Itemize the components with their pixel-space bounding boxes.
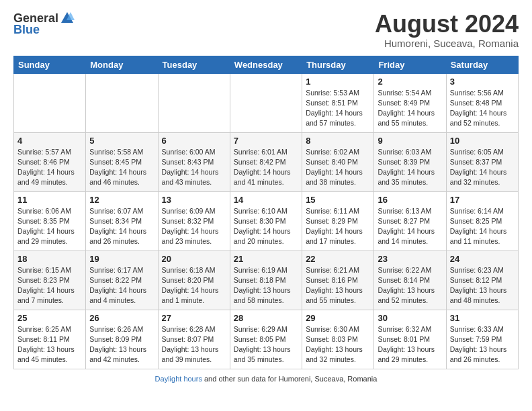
day-number: 8 (306, 136, 370, 146)
logo: General Blue (13, 11, 75, 37)
calendar-cell: 16Sunrise: 6:13 AM Sunset: 8:27 PM Dayli… (374, 191, 446, 250)
day-info: Sunrise: 6:30 AM Sunset: 8:03 PM Dayligh… (306, 324, 370, 365)
day-number: 23 (378, 254, 442, 264)
calendar-cell: 5Sunrise: 5:58 AM Sunset: 8:45 PM Daylig… (86, 132, 158, 191)
day-info: Sunrise: 6:18 AM Sunset: 8:20 PM Dayligh… (162, 265, 226, 306)
day-number: 15 (306, 195, 370, 205)
weekday-header: Tuesday (158, 56, 230, 73)
day-info: Sunrise: 6:03 AM Sunset: 8:39 PM Dayligh… (378, 147, 442, 188)
day-info: Sunrise: 6:15 AM Sunset: 8:23 PM Dayligh… (17, 265, 82, 306)
calendar-week-row: 1Sunrise: 5:53 AM Sunset: 8:51 PM Daylig… (14, 73, 519, 132)
day-info: Sunrise: 6:05 AM Sunset: 8:37 PM Dayligh… (450, 147, 515, 188)
calendar-cell: 30Sunrise: 6:32 AM Sunset: 8:01 PM Dayli… (374, 310, 446, 369)
calendar-cell: 19Sunrise: 6:17 AM Sunset: 8:22 PM Dayli… (86, 250, 158, 310)
calendar-week-row: 18Sunrise: 6:15 AM Sunset: 8:23 PM Dayli… (14, 250, 519, 310)
calendar-cell: 24Sunrise: 6:23 AM Sunset: 8:12 PM Dayli… (446, 250, 518, 310)
calendar-cell: 25Sunrise: 6:25 AM Sunset: 8:11 PM Dayli… (14, 310, 86, 369)
calendar-cell: 18Sunrise: 6:15 AM Sunset: 8:23 PM Dayli… (14, 250, 86, 310)
calendar-week-row: 11Sunrise: 6:06 AM Sunset: 8:35 PM Dayli… (14, 191, 519, 250)
day-info: Sunrise: 6:09 AM Sunset: 8:32 PM Dayligh… (162, 206, 226, 247)
day-info: Sunrise: 6:02 AM Sunset: 8:40 PM Dayligh… (306, 147, 370, 188)
day-number: 12 (89, 195, 154, 205)
day-number: 5 (89, 136, 154, 146)
day-info: Sunrise: 6:33 AM Sunset: 7:59 PM Dayligh… (450, 324, 515, 365)
calendar-cell: 14Sunrise: 6:10 AM Sunset: 8:30 PM Dayli… (230, 191, 302, 250)
calendar-week-row: 4Sunrise: 5:57 AM Sunset: 8:46 PM Daylig… (14, 132, 519, 191)
calendar-cell: 15Sunrise: 6:11 AM Sunset: 8:29 PM Dayli… (302, 191, 374, 250)
calendar-cell: 6Sunrise: 6:00 AM Sunset: 8:43 PM Daylig… (158, 132, 230, 191)
calendar-cell: 20Sunrise: 6:18 AM Sunset: 8:20 PM Dayli… (158, 250, 230, 310)
day-number: 22 (306, 254, 370, 264)
subtitle: Humoreni, Suceava, Romania (375, 38, 519, 49)
header: General Blue August 2024 Humoreni, Sucea… (13, 11, 519, 49)
day-info: Sunrise: 6:19 AM Sunset: 8:18 PM Dayligh… (234, 265, 298, 306)
day-number: 27 (162, 313, 226, 323)
day-info: Sunrise: 6:21 AM Sunset: 8:16 PM Dayligh… (306, 265, 370, 306)
day-info: Sunrise: 6:25 AM Sunset: 8:11 PM Dayligh… (17, 324, 82, 365)
calendar-cell: 4Sunrise: 5:57 AM Sunset: 8:46 PM Daylig… (14, 132, 86, 191)
calendar-cell (230, 73, 302, 132)
calendar-cell: 13Sunrise: 6:09 AM Sunset: 8:32 PM Dayli… (158, 191, 230, 250)
day-info: Sunrise: 6:06 AM Sunset: 8:35 PM Dayligh… (17, 206, 82, 247)
calendar-cell: 29Sunrise: 6:30 AM Sunset: 8:03 PM Dayli… (302, 310, 374, 369)
day-number: 14 (234, 195, 298, 205)
calendar-cell: 1Sunrise: 5:53 AM Sunset: 8:51 PM Daylig… (302, 73, 374, 132)
day-number: 9 (378, 136, 442, 146)
day-number: 11 (17, 195, 82, 205)
day-number: 25 (17, 313, 82, 323)
day-number: 13 (162, 195, 226, 205)
calendar-cell: 26Sunrise: 6:26 AM Sunset: 8:09 PM Dayli… (86, 310, 158, 369)
day-info: Sunrise: 5:57 AM Sunset: 8:46 PM Dayligh… (17, 147, 82, 188)
calendar-cell: 27Sunrise: 6:28 AM Sunset: 8:07 PM Dayli… (158, 310, 230, 369)
calendar-cell: 11Sunrise: 6:06 AM Sunset: 8:35 PM Dayli… (14, 191, 86, 250)
calendar: SundayMondayTuesdayWednesdayThursdayFrid… (13, 56, 519, 369)
calendar-cell: 12Sunrise: 6:07 AM Sunset: 8:34 PM Dayli… (86, 191, 158, 250)
title-block: August 2024 Humoreni, Suceava, Romania (375, 11, 519, 49)
weekday-header: Thursday (302, 56, 374, 73)
day-info: Sunrise: 5:54 AM Sunset: 8:49 PM Dayligh… (378, 88, 442, 129)
day-number: 17 (450, 195, 515, 205)
day-info: Sunrise: 6:28 AM Sunset: 8:07 PM Dayligh… (162, 324, 226, 365)
day-info: Sunrise: 5:58 AM Sunset: 8:45 PM Dayligh… (89, 147, 154, 188)
calendar-cell: 28Sunrise: 6:29 AM Sunset: 8:05 PM Dayli… (230, 310, 302, 369)
calendar-cell: 7Sunrise: 6:01 AM Sunset: 8:42 PM Daylig… (230, 132, 302, 191)
calendar-cell: 8Sunrise: 6:02 AM Sunset: 8:40 PM Daylig… (302, 132, 374, 191)
calendar-cell: 17Sunrise: 6:14 AM Sunset: 8:25 PM Dayli… (446, 191, 518, 250)
day-info: Sunrise: 6:26 AM Sunset: 8:09 PM Dayligh… (89, 324, 154, 365)
day-info: Sunrise: 6:23 AM Sunset: 8:12 PM Dayligh… (450, 265, 515, 306)
day-number: 2 (378, 77, 442, 87)
calendar-cell (158, 73, 230, 132)
day-number: 31 (450, 313, 515, 323)
day-info: Sunrise: 6:29 AM Sunset: 8:05 PM Dayligh… (234, 324, 298, 365)
calendar-cell (14, 73, 86, 132)
month-title: August 2024 (375, 11, 519, 38)
day-info: Sunrise: 6:10 AM Sunset: 8:30 PM Dayligh… (234, 206, 298, 247)
day-info: Sunrise: 6:14 AM Sunset: 8:25 PM Dayligh… (450, 206, 515, 247)
calendar-week-row: 25Sunrise: 6:25 AM Sunset: 8:11 PM Dayli… (14, 310, 519, 369)
weekday-header: Sunday (14, 56, 86, 73)
day-info: Sunrise: 5:56 AM Sunset: 8:48 PM Dayligh… (450, 88, 515, 129)
day-number: 3 (450, 77, 515, 87)
weekday-header: Monday (86, 56, 158, 73)
page: General Blue August 2024 Humoreni, Sucea… (0, 0, 532, 394)
day-number: 24 (450, 254, 515, 264)
day-number: 1 (306, 77, 370, 87)
day-info: Sunrise: 6:01 AM Sunset: 8:42 PM Dayligh… (234, 147, 298, 188)
day-number: 4 (17, 136, 82, 146)
day-info: Sunrise: 6:32 AM Sunset: 8:01 PM Dayligh… (378, 324, 442, 365)
day-info: Sunrise: 6:07 AM Sunset: 8:34 PM Dayligh… (89, 206, 154, 247)
day-number: 6 (162, 136, 226, 146)
day-number: 20 (162, 254, 226, 264)
calendar-cell: 3Sunrise: 5:56 AM Sunset: 8:48 PM Daylig… (446, 73, 518, 132)
calendar-cell: 9Sunrise: 6:03 AM Sunset: 8:39 PM Daylig… (374, 132, 446, 191)
weekday-header-row: SundayMondayTuesdayWednesdayThursdayFrid… (14, 56, 519, 73)
day-number: 10 (450, 136, 515, 146)
calendar-cell: 2Sunrise: 5:54 AM Sunset: 8:49 PM Daylig… (374, 73, 446, 132)
day-number: 16 (378, 195, 442, 205)
calendar-cell: 31Sunrise: 6:33 AM Sunset: 7:59 PM Dayli… (446, 310, 518, 369)
calendar-cell (86, 73, 158, 132)
calendar-cell: 23Sunrise: 6:22 AM Sunset: 8:14 PM Dayli… (374, 250, 446, 310)
footer: Daylight hours and other sun data for Hu… (13, 375, 519, 383)
logo-blue-text: Blue (13, 23, 40, 37)
day-number: 21 (234, 254, 298, 264)
